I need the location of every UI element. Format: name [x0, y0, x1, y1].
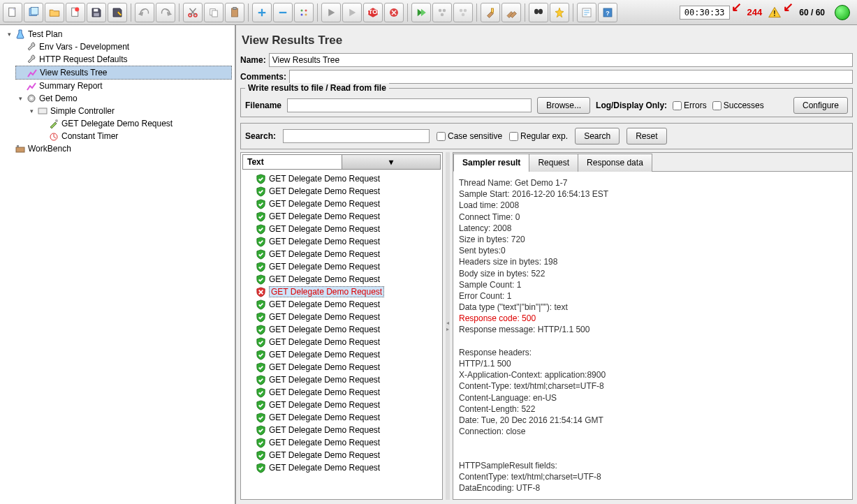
sampler-result-text[interactable]: Thread Name: Get Demo 1-7 Sample Start: …: [453, 172, 852, 499]
svg-point-28: [460, 8, 463, 12]
tree-http-defaults[interactable]: HTTP Request Defaults: [15, 53, 232, 66]
splitter-handle[interactable]: ◂▸: [446, 152, 450, 500]
tree-toggle-icon[interactable]: ▾: [28, 108, 35, 114]
tree-get-delegate-request[interactable]: GET Delegate Demo Request: [38, 117, 232, 130]
filename-input[interactable]: [287, 98, 532, 112]
successes-checkbox[interactable]: Successes: [712, 101, 764, 110]
save-as-button[interactable]: [108, 3, 127, 22]
result-item[interactable]: GET Delegate Demo Request: [242, 172, 441, 185]
success-shield-icon: [255, 249, 266, 260]
tree-env-vars[interactable]: Env Vars - Development: [15, 40, 232, 53]
result-item[interactable]: GET Delegate Demo Request: [242, 424, 441, 436]
start-remote-button[interactable]: [411, 3, 431, 22]
browse-button[interactable]: Browse...: [537, 97, 590, 114]
start-button[interactable]: [321, 3, 341, 22]
search-button[interactable]: Search: [575, 128, 620, 144]
result-item[interactable]: GET Delegate Demo Request: [242, 248, 441, 260]
redo-button[interactable]: [156, 3, 175, 22]
toggle-button[interactable]: [294, 3, 314, 22]
tree-constant-timer[interactable]: Constant Timer: [38, 130, 232, 142]
test-plan-tree[interactable]: ▾ Test Plan Env Vars - Development HTTP …: [0, 25, 236, 504]
tree-toggle-icon[interactable]: ▾: [6, 31, 13, 38]
result-item[interactable]: GET Delegate Demo Request: [242, 311, 441, 323]
results-list[interactable]: GET Delegate Demo RequestGET Delegate De…: [241, 171, 442, 499]
name-input[interactable]: [269, 53, 853, 67]
result-item[interactable]: GET Delegate Demo Request: [242, 260, 441, 273]
paste-button[interactable]: [225, 3, 244, 22]
result-item[interactable]: GET Delegate Demo Request: [242, 185, 441, 198]
start-no-timers-button[interactable]: [342, 3, 362, 22]
success-shield-icon: [255, 173, 266, 184]
warning-icon[interactable]: !: [768, 6, 782, 20]
result-item[interactable]: GET Delegate Demo Request: [242, 223, 441, 235]
tree-label: Summary Report: [39, 81, 103, 91]
search-input[interactable]: [283, 129, 430, 143]
tree-test-plan[interactable]: ▾ Test Plan: [4, 28, 232, 40]
result-item-label: GET Delegate Demo Request: [269, 274, 380, 284]
svg-point-40: [30, 97, 33, 100]
function-helper-button[interactable]: [577, 3, 596, 22]
svg-marker-19: [349, 8, 356, 16]
regex-checkbox[interactable]: Regular exp.: [509, 131, 568, 141]
svg-marker-24: [421, 8, 426, 16]
tree-workbench[interactable]: WorkBench: [4, 142, 232, 155]
open-button[interactable]: [45, 3, 64, 22]
close-button[interactable]: [66, 3, 85, 22]
clear-button[interactable]: [481, 3, 500, 22]
undo-button[interactable]: [135, 3, 154, 22]
copy-button[interactable]: [204, 3, 224, 22]
search-tree-button[interactable]: [529, 3, 548, 22]
result-item-label: GET Delegate Demo Request: [269, 400, 380, 410]
tree-summary-report[interactable]: Summary Report: [15, 80, 232, 92]
tab-sampler-result[interactable]: Sampler result: [453, 154, 529, 172]
remote-stop-all-button[interactable]: [453, 3, 473, 22]
case-sensitive-checkbox[interactable]: Case sensitive: [437, 131, 502, 141]
result-item[interactable]: GET Delegate Demo Request: [242, 323, 441, 336]
result-item[interactable]: GET Delegate Demo Request: [242, 399, 441, 411]
tree-get-demo[interactable]: ▾Get Demo: [15, 92, 232, 105]
result-item[interactable]: GET Delegate Demo Request: [242, 449, 441, 461]
success-shield-icon: [255, 223, 266, 235]
reset-search-button[interactable]: [550, 3, 569, 22]
shutdown-button[interactable]: [384, 3, 404, 22]
result-item[interactable]: GET Delegate Demo Request: [242, 273, 441, 286]
renderer-dropdown[interactable]: Text ▾: [242, 154, 441, 170]
tree-view-results[interactable]: View Results Tree: [15, 66, 232, 80]
result-item[interactable]: GET Delegate Demo Request: [242, 361, 441, 373]
tree-simple-controller[interactable]: ▾Simple Controller: [27, 105, 232, 117]
result-item[interactable]: GET Delegate Demo Request: [242, 436, 441, 449]
success-shield-icon: [255, 450, 266, 461]
tab-response-data[interactable]: Response data: [578, 154, 652, 172]
result-item[interactable]: GET Delegate Demo Request: [242, 286, 441, 298]
svg-point-15: [305, 9, 307, 11]
result-item[interactable]: GET Delegate Demo Request: [242, 348, 441, 361]
tab-request[interactable]: Request: [529, 154, 578, 172]
remote-start-all-button[interactable]: [432, 3, 452, 22]
reset-button[interactable]: Reset: [627, 128, 666, 144]
svg-marker-18: [328, 8, 335, 16]
result-item[interactable]: GET Delegate Demo Request: [242, 373, 441, 386]
templates-button[interactable]: [24, 3, 43, 22]
chevron-down-icon[interactable]: ▾: [342, 155, 441, 169]
tree-toggle-icon[interactable]: ▾: [17, 95, 24, 102]
save-button[interactable]: [87, 3, 106, 22]
comments-input[interactable]: [289, 70, 853, 84]
result-item[interactable]: GET Delegate Demo Request: [242, 298, 441, 311]
result-item[interactable]: GET Delegate Demo Request: [242, 235, 441, 248]
tree-label: Get Demo: [39, 94, 78, 103]
expand-button[interactable]: [252, 3, 272, 22]
configure-button[interactable]: Configure: [793, 97, 848, 114]
new-file-button[interactable]: [3, 3, 22, 22]
result-item[interactable]: GET Delegate Demo Request: [242, 210, 441, 223]
collapse-button[interactable]: [273, 3, 293, 22]
result-item[interactable]: GET Delegate Demo Request: [242, 411, 441, 424]
help-button[interactable]: ?: [598, 3, 617, 22]
result-item[interactable]: GET Delegate Demo Request: [242, 461, 441, 474]
stop-button[interactable]: STOP: [363, 3, 383, 22]
result-item[interactable]: GET Delegate Demo Request: [242, 198, 441, 210]
errors-checkbox[interactable]: Errors: [673, 101, 707, 110]
clear-all-button[interactable]: [501, 3, 521, 22]
cut-button[interactable]: [183, 3, 203, 22]
result-item[interactable]: GET Delegate Demo Request: [242, 386, 441, 399]
result-item[interactable]: GET Delegate Demo Request: [242, 336, 441, 348]
